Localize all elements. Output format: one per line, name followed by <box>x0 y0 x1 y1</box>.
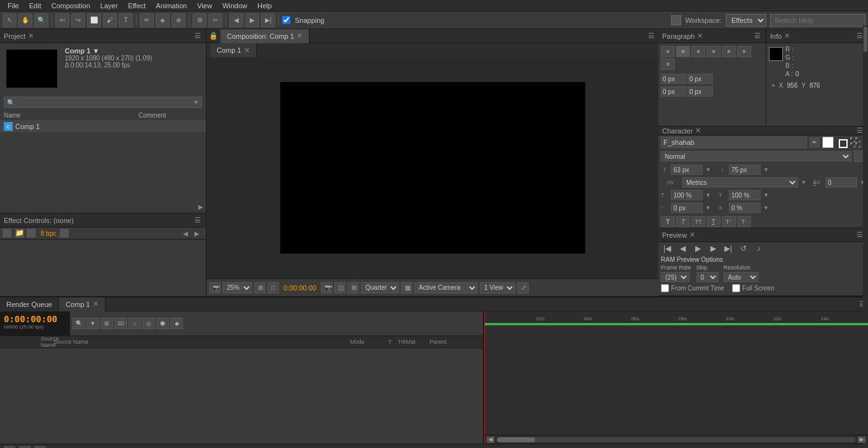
timeline-scroll-thumb[interactable] <box>497 437 535 442</box>
render-queue-tab[interactable]: Render Queue <box>0 297 59 311</box>
comp-tab-close[interactable]: ✕ <box>297 32 302 40</box>
menu-help[interactable]: Help <box>252 1 277 10</box>
menu-view[interactable]: View <box>192 1 217 10</box>
project-item-comp1[interactable]: C Comp 1 <box>0 121 206 132</box>
pixel-aspect-btn[interactable]: □ <box>268 282 279 294</box>
full-screen-label[interactable]: Full Screen <box>732 284 775 292</box>
menu-edit[interactable]: Edit <box>24 1 46 10</box>
tool-hand[interactable]: ✋ <box>18 13 32 27</box>
preview-loop[interactable]: ↺ <box>737 243 750 254</box>
status-btn-trash[interactable]: 🗑 <box>34 446 46 449</box>
align-full-btn[interactable]: ≡ <box>661 58 675 70</box>
preview-forward-frame[interactable]: ▶ <box>707 243 719 254</box>
grid-btn[interactable]: ⊞ <box>348 282 359 294</box>
timeline-scroll-left[interactable]: ◀ <box>487 437 494 443</box>
font-size-dropdown[interactable]: ▼ <box>705 166 711 173</box>
tsumi-input[interactable] <box>729 203 761 213</box>
menu-file[interactable]: File <box>3 1 24 10</box>
search-help-input[interactable] <box>770 14 865 27</box>
comp-inner-tab-close[interactable]: ✕ <box>244 46 250 55</box>
tool-shape[interactable]: ◈ <box>156 13 170 27</box>
menu-composition[interactable]: Composition <box>46 1 95 10</box>
tool-next-frame[interactable]: ▶| <box>261 13 275 27</box>
panel-expand-right[interactable]: ▶ <box>194 229 203 238</box>
menu-layer[interactable]: Layer <box>95 1 123 10</box>
view-count-dropdown[interactable]: 1 View <box>480 282 515 294</box>
composition-icon[interactable] <box>27 229 36 238</box>
baseline-dropdown[interactable]: ▼ <box>705 205 711 211</box>
style-btn-italic[interactable]: T <box>676 216 690 227</box>
quality-dropdown[interactable]: Quarter <box>361 282 399 294</box>
checkerboard-btn[interactable]: ▦ <box>401 282 412 294</box>
status-btn-folder[interactable]: 📁 <box>19 446 31 449</box>
current-timecode[interactable]: 0:00:00:00 <box>4 314 66 324</box>
tool-render[interactable]: ⬜ <box>87 13 101 27</box>
kerning-dd[interactable]: ▼ <box>801 179 806 186</box>
leading-input[interactable] <box>729 165 761 175</box>
project-search-bar[interactable]: 🔍 ▼ <box>4 97 202 108</box>
from-current-time-checkbox[interactable] <box>661 284 669 292</box>
bpc-label[interactable]: 8 bpc <box>41 230 56 237</box>
timecode-display[interactable]: 0:00:00:00 <box>281 284 319 292</box>
kerning-dropdown[interactable]: Metrics <box>682 177 798 187</box>
camera-btn[interactable]: 📷 <box>321 282 332 294</box>
workspace-dropdown[interactable]: Effects <box>726 14 766 27</box>
preview-close[interactable]: ✕ <box>689 231 695 239</box>
resolution-select[interactable]: Auto <box>724 272 759 282</box>
baseline-input[interactable] <box>671 203 703 213</box>
panel-expand-left[interactable]: ◀ <box>183 229 192 238</box>
align-right-btn[interactable]: ≡ <box>691 46 705 57</box>
scale-v-dropdown[interactable]: ▼ <box>763 192 769 198</box>
color-management-icon[interactable] <box>60 229 69 238</box>
font-selector[interactable] <box>661 137 807 148</box>
style-btn-allcaps[interactable]: TT <box>691 216 705 227</box>
tool-brush[interactable]: 🖌 <box>103 13 117 27</box>
workspace-icon[interactable] <box>671 15 681 25</box>
align-left-btn[interactable]: ≡ <box>661 46 675 57</box>
timeline-scroll-track[interactable] <box>497 437 855 442</box>
fit-to-window-btn[interactable]: ⊞ <box>254 282 266 294</box>
para-indent-right[interactable] <box>688 74 713 84</box>
composition-viewport[interactable] <box>207 57 658 278</box>
full-screen-checkbox[interactable] <box>732 284 740 292</box>
tl-auto-keyframe-btn[interactable]: ◆ <box>170 318 183 329</box>
stroke-color-swatch[interactable] <box>839 139 848 148</box>
gradient-swatch[interactable] <box>850 137 860 147</box>
tool-pen-text[interactable]: T <box>119 13 133 27</box>
tl-search-btn[interactable]: 🔍 <box>72 318 85 329</box>
tl-solo-btn[interactable]: ⊞ <box>100 318 113 329</box>
tl-frame-blend-btn[interactable]: ◎ <box>142 318 155 329</box>
tool-arrow[interactable]: ↖ <box>3 13 17 27</box>
align-center-btn[interactable]: ≡ <box>676 46 690 57</box>
comp-expand-btn[interactable]: ⤢ <box>517 282 529 294</box>
tool-play[interactable]: ▶ <box>245 13 259 27</box>
tl-motion-blur-btn[interactable]: ○ <box>128 318 141 329</box>
tl-3d-btn[interactable]: 3D <box>114 318 127 329</box>
project-search-dropdown[interactable]: ▼ <box>193 99 199 105</box>
align-justify-right-btn[interactable]: ≡ <box>737 46 751 57</box>
eyedropper-btn[interactable]: ✒ <box>810 137 820 147</box>
tl-search-dropdown[interactable]: ▼ <box>86 318 99 329</box>
preview-back-frame[interactable]: ◀ <box>676 243 689 254</box>
project-expand-btn[interactable]: ▶ <box>198 203 203 210</box>
font-size-input[interactable] <box>671 165 703 175</box>
menu-animation[interactable]: Animation <box>151 1 192 10</box>
tsumi-dropdown[interactable]: ▼ <box>763 205 769 211</box>
timeline-scroll-right[interactable]: ▶ <box>858 437 865 443</box>
paragraph-menu[interactable]: ☰ <box>753 32 762 40</box>
menu-window[interactable]: Window <box>217 1 252 10</box>
align-justify-btn[interactable]: ≡ <box>707 46 721 57</box>
para-space-before[interactable] <box>661 86 686 97</box>
project-panel-close[interactable]: ✕ <box>28 32 34 40</box>
info-color-swatch[interactable] <box>769 47 783 61</box>
tracking-input[interactable] <box>825 177 857 187</box>
preview-skip-end[interactable]: ▶| <box>722 243 735 254</box>
tool-zoom[interactable]: 🔍 <box>34 13 48 27</box>
comp1-timeline-tab[interactable]: Comp 1 ✕ <box>59 297 105 311</box>
comp-panel-menu[interactable]: ☰ <box>647 32 656 40</box>
preview-skip-start[interactable]: |◀ <box>661 243 674 254</box>
comp-tab-comp1[interactable]: Composition: Comp 1 ✕ <box>220 29 309 43</box>
project-search-input[interactable] <box>17 98 193 106</box>
tool-prev-frame[interactable]: ◀ <box>229 13 243 27</box>
effect-controls-menu[interactable]: ☰ <box>193 216 202 224</box>
